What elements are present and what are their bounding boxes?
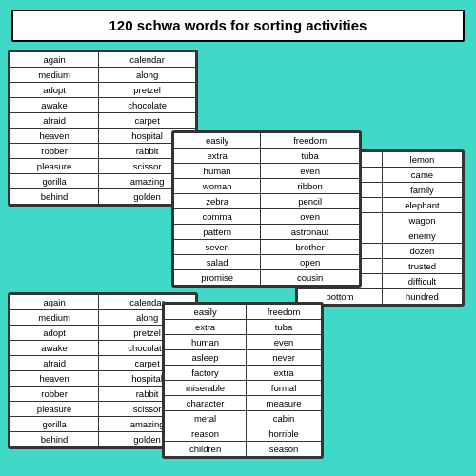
table-cell: brother	[261, 240, 360, 255]
table-cell: pencil	[261, 194, 360, 209]
table-cell: comma	[174, 209, 261, 225]
table-cell: character	[165, 396, 247, 411]
table-cell: chocolate	[99, 98, 196, 113]
table-cell: open	[261, 255, 360, 270]
card-5: easilyfreedomextratubahumanevenasleepnev…	[162, 302, 324, 459]
table-cell: awake	[10, 341, 99, 356]
table-cell: children	[165, 442, 247, 457]
table-cell: pleasure	[10, 402, 99, 417]
table-cell: extra	[174, 149, 261, 164]
card1-table: againcalendarmediumalongadoptpretzelawak…	[10, 51, 196, 205]
table-cell: human	[174, 164, 261, 179]
table-cell: gorilla	[10, 174, 99, 189]
table-cell: miserable	[165, 381, 247, 396]
table-cell: difficult	[382, 274, 462, 289]
table-cell: tuba	[261, 149, 360, 164]
table-cell: cousin	[261, 270, 360, 286]
table-cell: carpet	[99, 113, 196, 129]
table-cell: lemon	[382, 152, 462, 168]
table-cell: reason	[165, 426, 247, 442]
table-cell: woman	[174, 179, 261, 194]
table-cell: seven	[174, 240, 261, 255]
table-cell: again	[10, 52, 99, 68]
table-cell: medium	[10, 310, 99, 326]
table-cell: heaven	[10, 129, 99, 144]
table-cell: awake	[10, 98, 99, 113]
table-cell: ribbon	[261, 179, 360, 194]
table-cell: factory	[165, 366, 247, 381]
table-cell: astronaut	[261, 225, 360, 240]
table-cell: asleep	[165, 350, 247, 366]
table-cell: wagon	[382, 213, 462, 228]
table-cell: pattern	[174, 225, 261, 240]
table-cell: calendar	[99, 52, 196, 68]
table-cell: even	[261, 164, 360, 179]
table-cell: tuba	[247, 320, 322, 335]
table-cell: along	[99, 68, 196, 83]
table-cell: enemy	[382, 228, 462, 244]
table-cell: formal	[247, 381, 322, 396]
table-cell: extra	[247, 366, 322, 381]
table-cell: measure	[247, 396, 322, 411]
table-cell: extra	[165, 320, 247, 335]
table-cell: adopt	[10, 326, 99, 341]
table-cell: heaven	[10, 371, 99, 387]
table-cell: adopt	[10, 83, 99, 98]
table-cell: horrible	[247, 426, 322, 442]
table-cell: oven	[261, 209, 360, 225]
table-cell: human	[165, 335, 247, 350]
table-cell: freedom	[261, 133, 360, 149]
table-cell: hundred	[382, 289, 462, 305]
card5-table: easilyfreedomextratubahumanevenasleepnev…	[164, 304, 322, 457]
table-cell: salad	[174, 255, 261, 270]
table-cell: dozen	[382, 244, 462, 259]
table-cell: behind	[10, 189, 99, 205]
table-cell: season	[247, 442, 322, 457]
page-title: 120 schwa words for sorting activities	[109, 17, 367, 33]
cards-area: againcalendarmediumalongadoptpretzelawak…	[0, 50, 476, 468]
table-cell: pleasure	[10, 159, 99, 174]
table-cell: again	[10, 295, 99, 310]
table-cell: behind	[10, 432, 99, 447]
table-cell: afraid	[10, 356, 99, 371]
table-cell: trusted	[382, 259, 462, 274]
table-cell: robber	[10, 144, 99, 159]
table-cell: robber	[10, 387, 99, 402]
page-title-box: 120 schwa words for sorting activities	[11, 10, 465, 42]
table-cell: promise	[174, 270, 261, 286]
table-cell: never	[247, 350, 322, 366]
table-cell: zebra	[174, 194, 261, 209]
table-cell: easily	[174, 133, 261, 149]
table-cell: even	[247, 335, 322, 350]
table-cell: elephant	[382, 198, 462, 213]
table-cell: came	[382, 168, 462, 183]
table-cell: medium	[10, 68, 99, 83]
table-cell: cabin	[247, 411, 322, 426]
card-1: againcalendarmediumalongadoptpretzelawak…	[8, 50, 198, 207]
table-cell: afraid	[10, 113, 99, 129]
table-cell: gorilla	[10, 417, 99, 432]
card-2: easilyfreedomextratubahumanevenwomanribb…	[171, 130, 362, 288]
table-cell: family	[382, 183, 462, 198]
card2-table: easilyfreedomextratubahumanevenwomanribb…	[173, 132, 360, 286]
table-cell: pretzel	[99, 83, 196, 98]
table-cell: easily	[165, 305, 247, 320]
table-cell: metal	[165, 411, 247, 426]
table-cell: freedom	[247, 305, 322, 320]
